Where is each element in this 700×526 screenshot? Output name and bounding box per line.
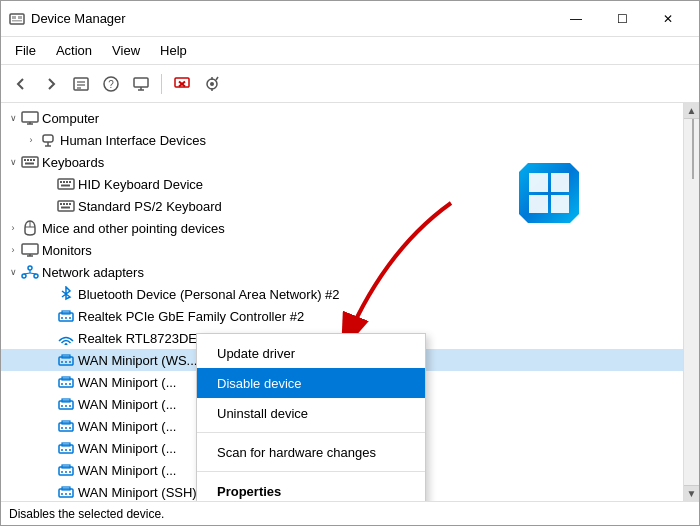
context-menu-uninstall-device[interactable]: Uninstall device bbox=[197, 398, 425, 428]
tree-label-wan-3: WAN Miniport (... bbox=[78, 397, 176, 412]
properties-button[interactable] bbox=[67, 70, 95, 98]
tree-item-network[interactable]: ∨ Network adapters bbox=[1, 261, 683, 283]
icon-wan-5 bbox=[57, 439, 75, 457]
svg-rect-28 bbox=[27, 159, 29, 161]
uninstall-button[interactable] bbox=[168, 70, 196, 98]
icon-wan-ssh bbox=[57, 483, 75, 501]
svg-point-84 bbox=[65, 449, 67, 451]
main-content: ∨ Computer › bbox=[1, 103, 699, 501]
svg-point-63 bbox=[61, 361, 63, 363]
icon-ps2-keyboard bbox=[57, 197, 75, 215]
svg-rect-26 bbox=[22, 157, 38, 167]
menu-action[interactable]: Action bbox=[46, 39, 102, 62]
windows-logo bbox=[519, 163, 579, 223]
tree-item-computer[interactable]: ∨ Computer bbox=[1, 107, 683, 129]
toggle-network[interactable]: ∨ bbox=[5, 264, 21, 280]
context-menu-disable-device[interactable]: Disable device bbox=[197, 368, 425, 398]
svg-rect-35 bbox=[66, 181, 68, 183]
tree-label-computer: Computer bbox=[42, 111, 99, 126]
toggle-computer[interactable]: ∨ bbox=[5, 110, 21, 126]
svg-point-89 bbox=[65, 471, 67, 473]
context-menu-scan-changes[interactable]: Scan for hardware changes bbox=[197, 437, 425, 467]
tree-label-realtek-gbe: Realtek PCIe GbE Family Controller #2 bbox=[78, 309, 304, 324]
svg-rect-30 bbox=[33, 159, 35, 161]
tree-item-bluetooth[interactable]: Bluetooth Device (Personal Area Network)… bbox=[1, 283, 683, 305]
svg-rect-38 bbox=[58, 201, 74, 211]
context-menu-separator-1 bbox=[197, 432, 425, 433]
tree-item-keyboards[interactable]: ∨ Keyboards bbox=[1, 151, 683, 173]
svg-rect-3 bbox=[12, 20, 22, 22]
title-bar-title: Device Manager bbox=[31, 11, 553, 26]
tree-label-wan-6: WAN Miniport (... bbox=[78, 463, 176, 478]
icon-realtek-gbe bbox=[57, 307, 75, 325]
tree-item-mice[interactable]: › Mice and other pointing devices bbox=[1, 217, 683, 239]
tree-item-ps2-keyboard[interactable]: Standard PS/2 Keyboard bbox=[1, 195, 683, 217]
svg-point-69 bbox=[65, 383, 67, 385]
minimize-button[interactable]: — bbox=[553, 4, 599, 34]
svg-rect-41 bbox=[66, 203, 68, 205]
svg-rect-36 bbox=[69, 181, 71, 183]
toggle-keyboards[interactable]: ∨ bbox=[5, 154, 21, 170]
tree-label-wan-2: WAN Miniport (... bbox=[78, 375, 176, 390]
menu-file[interactable]: File bbox=[5, 39, 46, 62]
svg-line-53 bbox=[24, 273, 30, 274]
tree-label-mice: Mice and other pointing devices bbox=[42, 221, 225, 236]
svg-point-74 bbox=[65, 405, 67, 407]
tree-label-bluetooth: Bluetooth Device (Personal Area Network)… bbox=[78, 287, 340, 302]
close-button[interactable]: ✕ bbox=[645, 4, 691, 34]
tree-item-hid-keyboard[interactable]: HID Keyboard Device bbox=[1, 173, 683, 195]
svg-rect-39 bbox=[60, 203, 62, 205]
menu-bar: File Action View Help bbox=[1, 37, 699, 65]
svg-point-79 bbox=[65, 427, 67, 429]
icon-monitors bbox=[21, 241, 39, 259]
svg-point-17 bbox=[210, 82, 214, 86]
context-menu-separator-2 bbox=[197, 471, 425, 472]
icon-keyboards bbox=[21, 153, 39, 171]
title-bar-controls: — ☐ ✕ bbox=[553, 4, 691, 34]
back-button[interactable] bbox=[7, 70, 35, 98]
status-text: Disables the selected device. bbox=[9, 507, 164, 521]
toggle-mice[interactable]: › bbox=[5, 220, 21, 236]
maximize-button[interactable]: ☐ bbox=[599, 4, 645, 34]
scan-button[interactable] bbox=[198, 70, 226, 98]
scrollbar[interactable]: ▲ ▼ bbox=[683, 103, 699, 501]
svg-rect-23 bbox=[43, 135, 53, 142]
svg-point-80 bbox=[69, 427, 71, 429]
menu-view[interactable]: View bbox=[102, 39, 150, 62]
menu-help[interactable]: Help bbox=[150, 39, 197, 62]
svg-point-60 bbox=[65, 343, 68, 345]
toggle-hid[interactable]: › bbox=[23, 132, 39, 148]
svg-point-88 bbox=[61, 471, 63, 473]
icon-wan-1 bbox=[57, 351, 75, 369]
icon-computer bbox=[21, 109, 39, 127]
tree-label-wan-4: WAN Miniport (... bbox=[78, 419, 176, 434]
tree-item-monitors[interactable]: › Monitors bbox=[1, 239, 683, 261]
svg-point-94 bbox=[65, 493, 67, 495]
tree-label-network: Network adapters bbox=[42, 265, 144, 280]
toggle-monitors[interactable]: › bbox=[5, 242, 21, 258]
svg-point-95 bbox=[69, 493, 71, 495]
context-menu-properties[interactable]: Properties bbox=[197, 476, 425, 501]
forward-button[interactable] bbox=[37, 70, 65, 98]
scroll-down-button[interactable]: ▼ bbox=[684, 485, 700, 501]
svg-rect-33 bbox=[60, 181, 62, 183]
svg-rect-1 bbox=[12, 16, 16, 19]
scroll-up-button[interactable]: ▲ bbox=[684, 103, 700, 119]
help-button[interactable]: ? bbox=[97, 70, 125, 98]
toggle-empty1 bbox=[41, 176, 57, 192]
svg-rect-27 bbox=[24, 159, 26, 161]
svg-text:?: ? bbox=[108, 79, 114, 90]
tree-item-realtek-gbe[interactable]: Realtek PCIe GbE Family Controller #2 bbox=[1, 305, 683, 327]
computer-button[interactable] bbox=[127, 70, 155, 98]
svg-point-68 bbox=[61, 383, 63, 385]
svg-point-50 bbox=[22, 274, 26, 278]
svg-rect-13 bbox=[175, 78, 189, 87]
svg-point-93 bbox=[61, 493, 63, 495]
scroll-thumb[interactable] bbox=[692, 119, 694, 179]
tree-item-hid[interactable]: › Human Interface Devices bbox=[1, 129, 683, 151]
toolbar-separator bbox=[161, 74, 162, 94]
context-menu-update-driver[interactable]: Update driver bbox=[197, 338, 425, 368]
svg-point-75 bbox=[69, 405, 71, 407]
svg-point-51 bbox=[34, 274, 38, 278]
tree-label-keyboards: Keyboards bbox=[42, 155, 104, 170]
